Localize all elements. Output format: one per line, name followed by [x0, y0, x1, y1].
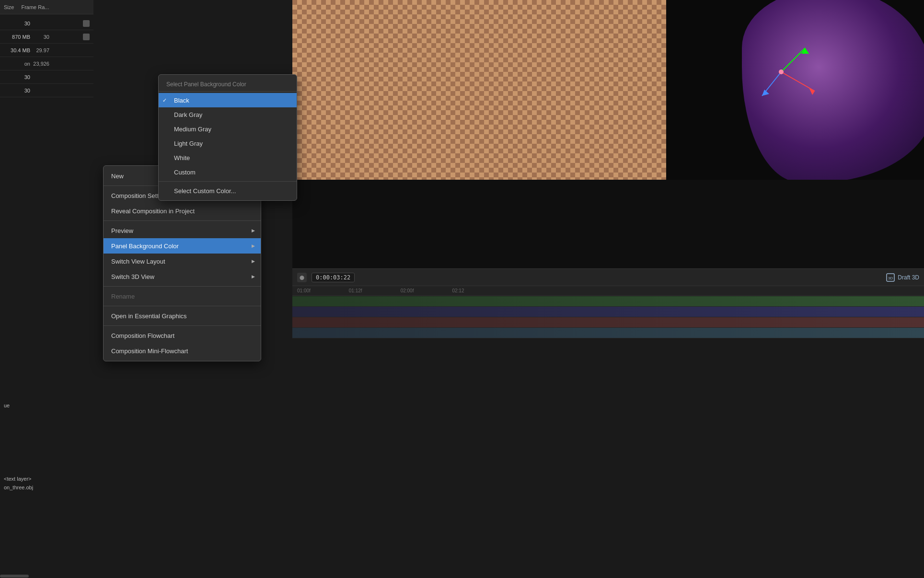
- panel-header: Size Frame Ra...: [0, 0, 93, 14]
- submenu-item-select-custom-label: Select Custom Color...: [166, 187, 236, 195]
- menu-item-flowchart-label: Composition Flowchart: [111, 332, 174, 339]
- left-panel: Size Frame Ra... 30 870 MB 30 30.4 MB 29…: [0, 0, 93, 578]
- timeline-time-display[interactable]: 0:00:03:22: [312, 273, 355, 282]
- timeline-track: [292, 328, 924, 338]
- checkmark-icon: ✓: [162, 97, 167, 104]
- menu-separator: [104, 325, 261, 326]
- menu-item-switch-3d-view[interactable]: Switch 3D View: [104, 269, 261, 284]
- timeline-ruler: 01:00f 01:12f 02:00f 02:12: [292, 286, 924, 296]
- menu-separator: [104, 286, 261, 287]
- svg-text:3D: 3D: [888, 276, 893, 280]
- table-row: 30: [0, 17, 93, 30]
- menu-item-new-label: New: [111, 173, 124, 180]
- menu-item-composition-flowchart[interactable]: Composition Flowchart: [104, 328, 261, 343]
- timeline-toolbar: ⬤ 0:00:03:22 3D Draft 3D: [292, 269, 924, 286]
- menu-item-composition-mini-flowchart[interactable]: Composition Mini-Flowchart: [104, 343, 261, 358]
- menu-item-panel-background-color[interactable]: Panel Background Color: [104, 238, 261, 254]
- menu-separator: [104, 306, 261, 306]
- submenu-panel-background-color: Select Panel Background Color ✓ Black Da…: [158, 74, 297, 201]
- menu-item-rename: Rename: [104, 289, 261, 304]
- layer-panel: ue <text layer> on_three.obj: [0, 466, 93, 492]
- submenu-item-select-custom-color[interactable]: Select Custom Color...: [159, 184, 297, 198]
- horizontal-scrollbar[interactable]: [0, 574, 93, 578]
- draft-3d-label: Draft 3D: [898, 274, 919, 281]
- menu-item-essential-graphics-label: Open in Essential Graphics: [111, 312, 187, 320]
- submenu-item-dark-gray-label: Dark Gray: [166, 111, 202, 118]
- draft-3d-icon: 3D: [886, 273, 895, 282]
- menu-item-switch-3d-label: Switch 3D View: [111, 273, 154, 280]
- mid-area: [292, 180, 924, 268]
- submenu-item-medium-gray-label: Medium Gray: [166, 126, 211, 133]
- submenu-item-black[interactable]: ✓ Black: [159, 93, 297, 107]
- timeline-track: [292, 307, 924, 317]
- composition-viewport-3d: [666, 0, 924, 180]
- menu-item-reveal-composition[interactable]: Reveal Composition in Project: [104, 203, 261, 219]
- col-framerate-header: Frame Ra...: [21, 4, 49, 10]
- submenu-header: Select Panel Background Color: [159, 77, 297, 92]
- menu-item-switch-view-layout[interactable]: Switch View Layout: [104, 254, 261, 269]
- 3d-shape: [742, 0, 924, 180]
- timeline-track: [292, 317, 924, 328]
- submenu-item-black-label: Black: [166, 97, 189, 104]
- submenu-item-light-gray[interactable]: Light Gray: [159, 136, 297, 150]
- submenu-item-medium-gray[interactable]: Medium Gray: [159, 122, 297, 136]
- submenu-item-white-label: White: [166, 154, 190, 162]
- submenu-item-dark-gray[interactable]: Dark Gray: [159, 107, 297, 122]
- col-size-header: Size: [4, 4, 14, 10]
- row-icon: [83, 20, 90, 27]
- layer-label-text: <text layer>: [0, 474, 86, 483]
- menu-item-open-essential-graphics[interactable]: Open in Essential Graphics: [104, 308, 261, 324]
- layer-label-ue: ue: [0, 401, 86, 410]
- submenu-item-custom-label: Custom: [166, 169, 196, 176]
- table-row: 30: [0, 70, 93, 84]
- timeline-tracks: [292, 296, 924, 364]
- composition-viewport-checker: [292, 0, 666, 180]
- submenu-separator: [159, 181, 297, 182]
- layer-label-obj: on_three.obj: [0, 483, 86, 492]
- menu-item-mini-flowchart-label: Composition Mini-Flowchart: [111, 347, 188, 355]
- table-rows: 30 870 MB 30 30.4 MB 29.97 on 23,926 30 …: [0, 14, 93, 97]
- table-row: on 23,926: [0, 57, 93, 70]
- submenu-item-white[interactable]: White: [159, 150, 297, 165]
- submenu-item-custom[interactable]: Custom: [159, 165, 297, 179]
- table-row: 870 MB 30: [0, 30, 93, 44]
- timeline-track: [292, 296, 924, 307]
- timeline-panel: ⬤ 0:00:03:22 3D Draft 3D 01:00f 01:12f 0…: [292, 268, 924, 364]
- menu-item-reveal-label: Reveal Composition in Project: [111, 208, 195, 215]
- submenu-item-light-gray-label: Light Gray: [166, 140, 203, 147]
- scrollbar-thumb[interactable]: [0, 575, 29, 578]
- menu-separator: [104, 220, 261, 221]
- menu-item-panel-bg-color-label: Panel Background Color: [111, 243, 179, 250]
- menu-item-rename-label: Rename: [111, 293, 135, 300]
- draft-3d-label-area: 3D Draft 3D: [886, 273, 919, 282]
- menu-item-switch-view-label: Switch View Layout: [111, 258, 165, 265]
- row-icon: [83, 34, 90, 40]
- table-row: 30: [0, 84, 93, 97]
- menu-item-preview[interactable]: Preview: [104, 223, 261, 238]
- menu-item-preview-label: Preview: [111, 227, 133, 234]
- timeline-tool-icon[interactable]: ⬤: [297, 273, 307, 282]
- table-row: 30.4 MB 29.97: [0, 44, 93, 57]
- submenu-header-label: Select Panel Background Color: [166, 81, 246, 88]
